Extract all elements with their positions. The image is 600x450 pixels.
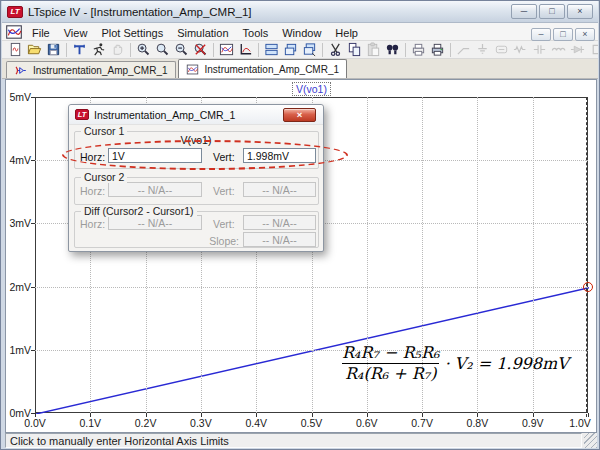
- waveform-pane: V(vo1) R₄R₇ − R₅R₆ R₄(R₆ + R₇) · V₂ = 1.…: [5, 79, 597, 433]
- diff-horz-value: -- N/A--: [108, 215, 202, 230]
- cursor2-horz-label: Horz:: [80, 185, 105, 197]
- diff-slope-label: Slope:: [201, 235, 239, 247]
- waveform-pane-icon[interactable]: [217, 41, 236, 58]
- mdi-restore-button[interactable]: □: [553, 28, 573, 41]
- plot-settings-icon[interactable]: [236, 41, 255, 58]
- x-tick-label: 0.2V: [130, 417, 162, 429]
- tile-windows-icon[interactable]: [262, 41, 281, 58]
- annotation-ellipse: [62, 140, 348, 170]
- schematic-tab-icon: [14, 64, 29, 77]
- mdi-window-controls: –□×: [529, 23, 595, 41]
- tab-label: Instrumentation_Amp_CMR_1: [33, 65, 168, 76]
- x-tick-label: 0.3V: [185, 417, 217, 429]
- formula-result: · V₂ = 1.998mV: [444, 354, 568, 373]
- x-tick-label: 0.9V: [517, 417, 549, 429]
- y-tick-label: 3mV: [6, 217, 31, 229]
- inductor-icon: [549, 41, 568, 58]
- toolbar-separator: [450, 43, 451, 57]
- ground-icon: [473, 41, 492, 58]
- copy-icon[interactable]: [345, 41, 364, 58]
- menu-bar: FileViewPlot SettingsSimulationToolsWind…: [2, 23, 598, 41]
- page-setup-icon[interactable]: [409, 41, 428, 58]
- status-message: Click to manually enter Horizontal Axis …: [5, 433, 582, 448]
- component-icon: [587, 41, 598, 58]
- toolbar-separator: [130, 43, 131, 57]
- menu-item-help[interactable]: Help: [328, 26, 365, 40]
- label-net-icon: [492, 41, 511, 58]
- title-bar[interactable]: LT LTspice IV - [Instrumentation_Amp_CMR…: [2, 1, 598, 23]
- cascade-windows-icon[interactable]: [281, 41, 300, 58]
- y-tick-label: 1mV: [6, 344, 31, 356]
- y-tick-label: 2mV: [6, 281, 31, 293]
- menu-item-file[interactable]: File: [25, 26, 57, 40]
- cursor2-vert-label: Vert:: [213, 185, 235, 197]
- print-icon[interactable]: [428, 41, 447, 58]
- save-icon[interactable]: [44, 41, 63, 58]
- halt-icon: [108, 41, 127, 58]
- waveform-tab-icon: [186, 63, 201, 76]
- x-tick-label: 0.1V: [74, 417, 106, 429]
- waveform-document-icon: [5, 24, 23, 39]
- mdi-close-button[interactable]: ×: [575, 28, 595, 41]
- cursor2-horz-value: -- N/A--: [108, 182, 202, 197]
- y-tick-label: 5mV: [6, 91, 31, 103]
- paste-icon: [364, 41, 383, 58]
- diode-icon: [568, 41, 587, 58]
- cursor2-legend: Cursor 2: [81, 171, 127, 183]
- window-title: LTspice IV - [Instrumentation_Amp_CMR_1]: [28, 6, 506, 18]
- new-schematic-icon[interactable]: [6, 41, 25, 58]
- x-tick-label: 0.5V: [296, 417, 328, 429]
- dialog-logo-icon: LT: [75, 109, 89, 120]
- diff-vert-label: Vert:: [213, 218, 235, 230]
- x-tick-label: 0.6V: [351, 417, 383, 429]
- diff-slope-value: -- N/A--: [243, 232, 316, 247]
- formula-numerator: R₄R₇ − R₅R₆: [342, 344, 439, 362]
- tab-label: Instrumentation_Amp_CMR_1: [205, 64, 340, 75]
- zoom-area-icon[interactable]: [153, 41, 172, 58]
- diff-horz-label: Horz:: [80, 218, 105, 230]
- zoom-in-icon[interactable]: [134, 41, 153, 58]
- zoom-out-icon[interactable]: [172, 41, 191, 58]
- dialog-close-button[interactable]: ×: [283, 108, 316, 122]
- toolbar-separator: [213, 43, 214, 57]
- control-panel-icon[interactable]: [70, 41, 89, 58]
- minimize-button[interactable]: ─: [511, 4, 537, 19]
- resize-grip[interactable]: [584, 433, 597, 448]
- maximize-button[interactable]: □: [539, 4, 565, 19]
- close-button[interactable]: ×: [567, 4, 593, 19]
- run-icon[interactable]: [89, 41, 108, 58]
- mdi-minimize-button[interactable]: –: [531, 28, 551, 41]
- menu-item-tools[interactable]: Tools: [236, 26, 276, 40]
- x-tick-label: 0.8V: [461, 417, 493, 429]
- x-tick-label: 0.7V: [406, 417, 438, 429]
- toolbar-separator: [405, 43, 406, 57]
- menu-item-window[interactable]: Window: [275, 26, 328, 40]
- tile-vertical-windows-icon[interactable]: [300, 41, 319, 58]
- menu-item-simulation[interactable]: Simulation: [170, 26, 235, 40]
- y-tick-label: 4mV: [6, 154, 31, 166]
- cursor-dialog[interactable]: LT Instrumentation_Amp_CMR_1 × Cursor 1 …: [68, 104, 324, 252]
- tab-waveform[interactable]: Instrumentation_Amp_CMR_1: [178, 59, 348, 78]
- open-file-icon[interactable]: [25, 41, 44, 58]
- formula-fraction: R₄R₇ − R₅R₆ R₄(R₆ + R₇): [342, 344, 439, 384]
- toolbar-separator: [66, 43, 67, 57]
- tab-bar: Instrumentation_Amp_CMR_1 Instrumentatio…: [2, 59, 598, 79]
- status-bar: Click to manually enter Horizontal Axis …: [5, 433, 597, 448]
- toolbar-separator: [258, 43, 259, 57]
- app-logo-icon: LT: [7, 6, 23, 18]
- trace-label[interactable]: V(vo1): [292, 82, 331, 96]
- window-controls: ─□×: [511, 4, 593, 19]
- zoom-full-icon[interactable]: [191, 41, 210, 58]
- cursor1-marker[interactable]: [583, 282, 593, 292]
- menu-item-view[interactable]: View: [57, 26, 95, 40]
- tab-schematic[interactable]: Instrumentation_Amp_CMR_1: [6, 61, 176, 78]
- cursor1-vertical-line: [586, 97, 587, 417]
- x-tick-label: 0.0V: [19, 417, 51, 429]
- find-icon[interactable]: [383, 41, 402, 58]
- cut-icon[interactable]: [326, 41, 345, 58]
- diff-legend: Diff (Cursor2 - Cursor1): [81, 205, 197, 217]
- toolbar-separator: [322, 43, 323, 57]
- menu-items: FileViewPlot SettingsSimulationToolsWind…: [25, 23, 365, 41]
- ltspice-window: LT LTspice IV - [Instrumentation_Amp_CMR…: [0, 0, 600, 450]
- menu-item-plot-settings[interactable]: Plot Settings: [94, 26, 170, 40]
